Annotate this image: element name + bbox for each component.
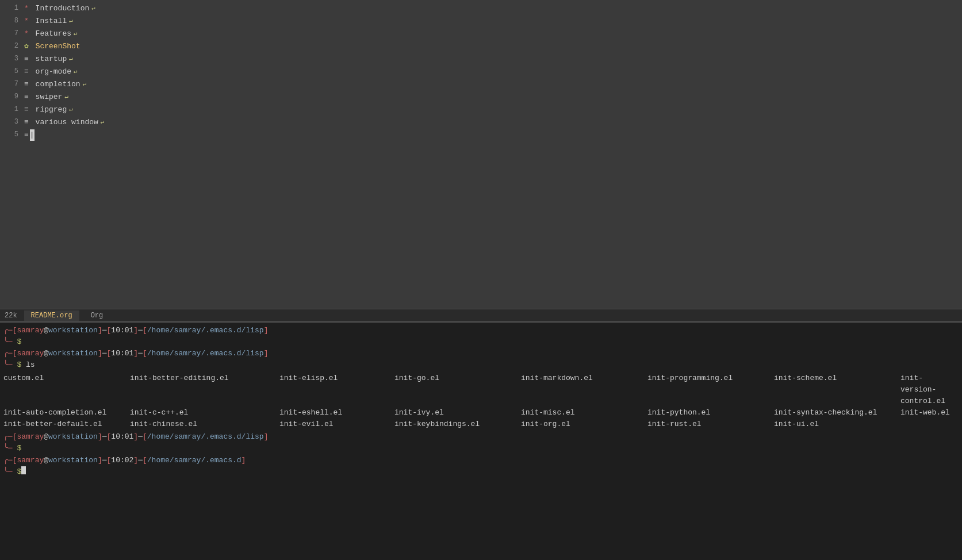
term-cmd-3: ╰─ $: [3, 443, 959, 454]
terminal-cursor: [21, 466, 26, 474]
line-completion: 7 ≡ completion ↵: [0, 78, 962, 91]
term-prompt-4: ╭─[samray@workstation]─[10:02]─[/home/sa…: [3, 455, 959, 466]
line-8: 8 * Install ↵: [0, 15, 962, 28]
line-cursor: 5 ≡ |: [0, 129, 962, 141]
term-prompt-1: ╭─[samray@workstation]─[10:01]─[/home/sa…: [3, 325, 959, 336]
editor-content: 1 * Introduction ↵ 8 * Install ↵ 7 * Fea…: [0, 0, 962, 144]
line-1: 1 * Introduction ↵: [0, 2, 962, 15]
term-cmd-2: ╰─ $ ls: [3, 359, 959, 371]
terminal-area[interactable]: ╭─[samray@workstation]─[10:01]─[/home/sa…: [0, 321, 962, 560]
line-7: 7 * Features ↵: [0, 28, 962, 40]
file-size: 22k: [5, 312, 17, 320]
term-cmd-1: ╰─ $: [3, 336, 959, 348]
term-prompt-3: ╭─[samray@workstation]─[10:01]─[/home/sa…: [3, 431, 959, 443]
line-ripgreg: 1 ≡ ripgreg ↵: [0, 103, 962, 116]
tab-org[interactable]: Org: [86, 310, 108, 321]
line-startup: 3 ≡ startup ↵: [0, 53, 962, 66]
term-cmd-cursor[interactable]: ╰─ $: [3, 466, 959, 478]
line-screenshot: 2 ✿ ScreenShot: [0, 40, 962, 53]
line-orgmode: 5 ≡ org-mode ↵: [0, 66, 962, 78]
term-prompt-2: ╭─[samray@workstation]─[10:01]─[/home/sa…: [3, 348, 959, 359]
tab-readme-org[interactable]: README.org: [24, 310, 79, 321]
status-bar: 22k README.org Org: [0, 309, 962, 321]
line-swiper: 9 ≡ swiper ↵: [0, 91, 962, 103]
editor-area: 1 * Introduction ↵ 8 * Install ↵ 7 * Fea…: [0, 0, 962, 309]
ls-output: custom.el init-better-editing.el init-el…: [3, 371, 959, 432]
line-various-window: 3 ≡ various window ↵: [0, 116, 962, 129]
